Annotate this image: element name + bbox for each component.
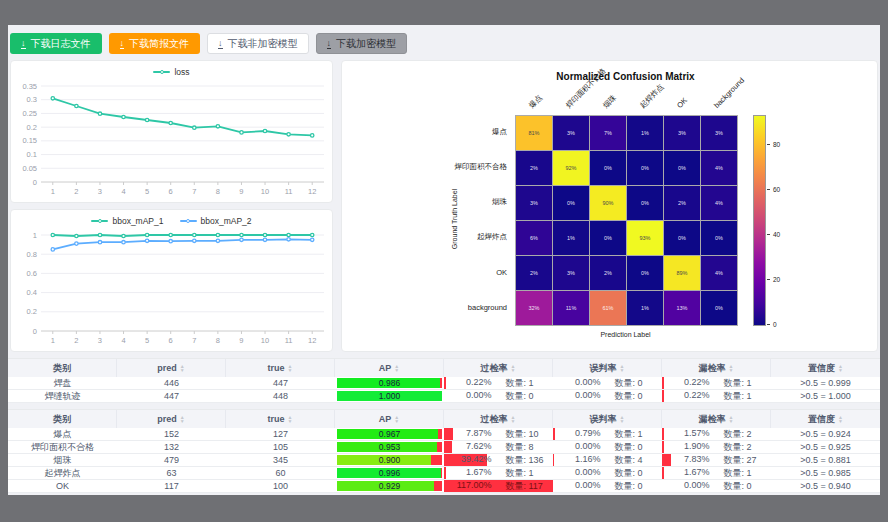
column-header-confidence[interactable]: 置信度▲▼	[771, 359, 880, 377]
rate-percent: 0.00%	[553, 390, 608, 402]
column-header-true[interactable]: true▲▼	[226, 410, 335, 428]
sort-carets-icon[interactable]: ▲▼	[511, 415, 516, 423]
svg-text:1: 1	[33, 231, 37, 240]
legend-item-loss[interactable]: loss	[153, 67, 189, 77]
sort-carets-icon[interactable]: ▲▼	[511, 364, 516, 372]
sort-carets-icon[interactable]: ▲▼	[394, 415, 399, 423]
column-header-over-rate[interactable]: 过检率▲▼	[444, 410, 553, 428]
column-header-over-rate[interactable]: 过检率▲▼	[444, 359, 553, 377]
miss-rate-cell: 0.22%数量: 1	[662, 390, 771, 402]
column-header-miss-rate[interactable]: 漏检率▲▼	[662, 359, 771, 377]
column-header-ap[interactable]: AP▲▼	[335, 359, 444, 377]
sort-carets-icon[interactable]: ▲▼	[394, 364, 399, 372]
download-encrypted-model-button[interactable]: ↓ 下载加密模型	[316, 33, 408, 54]
svg-text:8: 8	[216, 187, 220, 196]
legend-item-bbox-map-1[interactable]: bbox_mAP_1	[91, 216, 163, 226]
ap-cell: 0.967	[335, 428, 444, 440]
column-header-label: 漏检率	[699, 362, 726, 375]
over-rate-cell: 7.87%数量: 10	[444, 428, 553, 440]
column-header-label: 类别	[53, 362, 71, 375]
ap-bar: 0.953	[337, 442, 442, 452]
confusion-matrix-title: Normalized Confusion Matrix	[505, 71, 746, 82]
column-header-confidence[interactable]: 置信度▲▼	[771, 410, 880, 428]
column-header-ap[interactable]: AP▲▼	[335, 410, 444, 428]
matrix-cell: 93%	[627, 221, 663, 255]
misjudge-rate-cell: 0.00%数量: 0	[553, 377, 662, 389]
svg-text:4: 4	[121, 336, 125, 345]
download-report-button[interactable]: ↓ 下载简报文件	[109, 33, 201, 54]
over-rate-cell: 1.67%数量: 1	[444, 467, 553, 479]
sort-carets-icon[interactable]: ▲▼	[180, 415, 185, 423]
svg-text:4: 4	[121, 187, 125, 196]
rate-count: 数量: 136	[499, 454, 554, 466]
svg-text:5: 5	[145, 336, 149, 345]
rate-count: 数量: 1	[717, 467, 772, 479]
misjudge-rate-cell: 0.00%数量: 0	[553, 390, 662, 402]
true-count-cell: 448	[226, 390, 335, 402]
sort-carets-icon[interactable]: ▲▼	[838, 415, 843, 423]
matrix-cell: 13%	[664, 291, 700, 325]
matrix-cell: 4%	[701, 256, 737, 290]
confidence-cell: >0.5 = 0.999	[771, 377, 880, 389]
ap-cell: 0.986	[335, 377, 444, 389]
line-series-icon	[91, 220, 108, 222]
sort-carets-icon[interactable]: ▲▼	[838, 364, 843, 372]
confidence-cell: >0.5 = 1.000	[771, 390, 880, 402]
download-log-button[interactable]: ↓ 下载日志文件	[10, 33, 102, 54]
rate-values: 1.16%数量: 4	[553, 454, 662, 466]
column-header-pred[interactable]: pred▲▼	[117, 410, 226, 428]
rate-count: 数量: 1	[717, 377, 772, 389]
table-header-row: 类别pred▲▼true▲▼AP▲▼过检率▲▼误判率▲▼漏检率▲▼置信度▲▼	[8, 410, 880, 428]
sort-carets-icon[interactable]: ▲▼	[620, 364, 625, 372]
rate-count: 数量: 4	[608, 454, 663, 466]
weld-summary-table: 类别pred▲▼true▲▼AP▲▼过检率▲▼误判率▲▼漏检率▲▼置信度▲▼焊盘…	[8, 358, 880, 403]
matrix-row-label: background	[468, 303, 507, 312]
colorbar-tick-label: 0	[773, 321, 777, 328]
sort-carets-icon[interactable]: ▲▼	[180, 364, 185, 372]
svg-text:0.6: 0.6	[27, 269, 37, 278]
colorbar-tick-label: 80	[773, 141, 780, 148]
column-header-true[interactable]: true▲▼	[226, 359, 335, 377]
column-header-label: 过检率	[481, 413, 508, 426]
ap-value: 0.900	[337, 455, 442, 465]
sort-carets-icon[interactable]: ▲▼	[729, 415, 734, 423]
ap-value: 0.986	[337, 378, 442, 388]
rate-count: 数量: 1	[499, 467, 554, 479]
matrix-row-label: OK	[496, 268, 507, 277]
matrix-cell: 3%	[516, 186, 552, 220]
confusion-matrix-ylabel: Ground Truth Label	[451, 189, 458, 249]
download-unencrypted-model-button[interactable]: ↓ 下载非加密模型	[207, 33, 309, 54]
matrix-cell: 0%	[627, 186, 663, 220]
column-header-misjudge-rate[interactable]: 误判率▲▼	[553, 410, 662, 428]
column-header-misjudge-rate[interactable]: 误判率▲▼	[553, 359, 662, 377]
miss-rate-cell: 0.22%数量: 1	[662, 377, 771, 389]
column-header-miss-rate[interactable]: 漏检率▲▼	[662, 410, 771, 428]
sort-carets-icon[interactable]: ▲▼	[288, 415, 293, 423]
column-header-pred[interactable]: pred▲▼	[117, 359, 226, 377]
table-row: 焊缝轨迹4474481.0000.00%数量: 00.00%数量: 00.22%…	[8, 390, 880, 403]
svg-text:7: 7	[192, 336, 196, 345]
legend-item-bbox-map-2[interactable]: bbox_mAP_2	[180, 216, 252, 226]
pred-count-cell: 63	[117, 467, 226, 479]
rate-percent: 0.00%	[553, 377, 608, 389]
rate-percent: 0.00%	[444, 390, 499, 402]
rate-percent: 1.67%	[662, 467, 717, 479]
miss-rate-cell: 7.83%数量: 27	[662, 454, 771, 466]
svg-text:12: 12	[308, 187, 316, 196]
sort-carets-icon[interactable]: ▲▼	[620, 415, 625, 423]
table-row: 烟珠4793450.90039.42%数量: 1361.16%数量: 47.83…	[8, 454, 880, 467]
download-icon: ↓	[120, 39, 125, 49]
rate-count: 数量: 10	[499, 428, 554, 440]
ap-cell: 0.900	[335, 454, 444, 466]
sort-carets-icon[interactable]: ▲▼	[288, 364, 293, 372]
ap-value: 0.929	[337, 481, 442, 491]
ap-value: 0.967	[337, 429, 442, 439]
rate-percent: 7.83%	[662, 454, 717, 466]
matrix-column-label: 烟珠	[602, 93, 618, 109]
button-label: 下载简报文件	[129, 37, 189, 51]
rate-values: 0.22%数量: 1	[444, 377, 553, 389]
colorbar-tick-label: 20	[773, 276, 780, 283]
true-count-cell: 345	[226, 454, 335, 466]
sort-carets-icon[interactable]: ▲▼	[729, 364, 734, 372]
rate-values: 7.83%数量: 27	[662, 454, 771, 466]
